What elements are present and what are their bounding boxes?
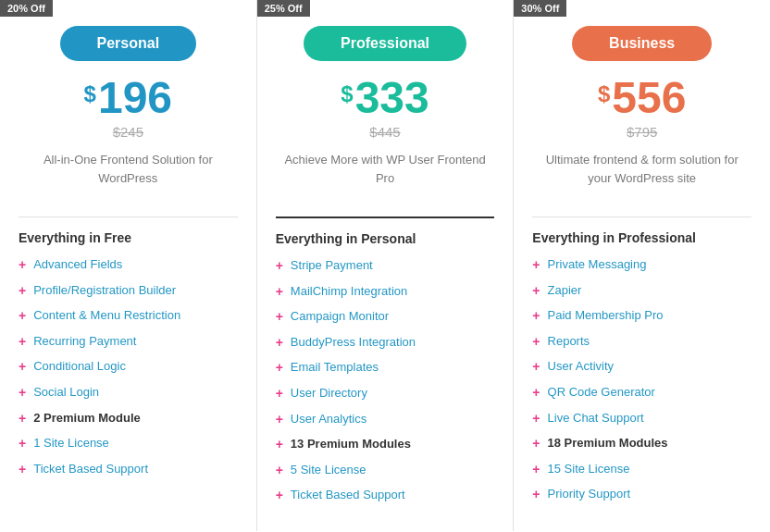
- plan-name-professional[interactable]: Professional: [304, 26, 466, 61]
- plus-icon: +: [276, 411, 283, 429]
- feature-label: User Activity: [548, 358, 615, 375]
- price-original-professional: $445: [276, 124, 495, 140]
- list-item: +Recurring Payment: [19, 333, 238, 352]
- feature-list-personal: +Advanced Fields+Profile/Registration Bu…: [19, 256, 238, 478]
- feature-label: Zapier: [548, 282, 582, 299]
- plus-icon: +: [19, 256, 26, 275]
- plan-price-business: $556: [532, 76, 751, 120]
- price-dollar-business: $: [598, 83, 610, 105]
- list-item: +Profile/Registration Builder: [19, 282, 238, 301]
- feature-label: Social Login: [33, 384, 99, 401]
- plus-icon: +: [19, 461, 26, 479]
- plan-price-personal: $196: [19, 76, 238, 120]
- divider-professional: [276, 217, 495, 218]
- feature-label: MailChimp Integration: [291, 283, 407, 300]
- plus-icon: +: [19, 333, 26, 352]
- feature-label: 5 Site License: [291, 462, 366, 478]
- feature-label: User Directory: [291, 385, 367, 402]
- plan-column-personal: 20% OffPersonal$196$245All-in-One Fronte…: [0, 0, 257, 531]
- plan-header-personal: Personal$196$245All-in-One Frontend Solu…: [19, 0, 238, 217]
- plus-icon: +: [276, 334, 283, 353]
- feature-label: 1 Site License: [33, 435, 109, 452]
- plan-column-business: 30% OffBusiness$556$795Ultimate frontend…: [514, 0, 770, 531]
- feature-label: Content & Menu Restriction: [33, 307, 180, 324]
- list-item: +Conditional Logic: [19, 358, 238, 377]
- list-item: +5 Site License: [276, 462, 495, 480]
- plan-column-professional: 25% OffProfessional$333$445Achieve More …: [257, 0, 515, 531]
- list-item: +Reports: [532, 333, 751, 352]
- plan-price-professional: $333: [276, 76, 495, 120]
- plus-icon: +: [276, 283, 283, 302]
- plus-icon: +: [276, 385, 283, 403]
- plus-icon: +: [532, 486, 540, 504]
- list-item: +Campaign Monitor: [276, 308, 495, 327]
- plus-icon: +: [532, 256, 540, 275]
- feature-label: 13 Premium Modules: [291, 436, 411, 452]
- feature-label: Ticket Based Support: [291, 487, 405, 503]
- feature-label: User Analytics: [291, 411, 366, 427]
- price-value-business: 556: [612, 76, 686, 120]
- feature-heading-personal: Everything in Free: [19, 230, 238, 245]
- feature-label: Stripe Payment: [291, 257, 373, 274]
- divider-business: [532, 217, 751, 217]
- plus-icon: +: [276, 257, 283, 276]
- plus-icon: +: [532, 461, 540, 479]
- list-item: +2 Premium Module: [19, 410, 238, 428]
- feature-label: 2 Premium Module: [33, 410, 141, 427]
- feature-label: Recurring Payment: [33, 333, 136, 350]
- plus-icon: +: [276, 308, 283, 327]
- plus-icon: +: [532, 358, 540, 377]
- plan-header-business: Business$556$795Ultimate frontend & form…: [532, 0, 751, 217]
- plus-icon: +: [276, 487, 283, 505]
- list-item: +User Activity: [532, 358, 751, 377]
- plan-name-personal[interactable]: Personal: [60, 26, 197, 61]
- feature-label: BuddyPress Integration: [291, 334, 416, 351]
- plan-description-personal: All-in-One Frontend Solution for WordPre…: [19, 151, 238, 187]
- plus-icon: +: [19, 358, 26, 377]
- discount-badge-professional: 25% Off: [257, 0, 310, 17]
- list-item: +Zapier: [532, 282, 751, 301]
- feature-label: Profile/Registration Builder: [33, 282, 176, 299]
- list-item: +User Analytics: [276, 411, 495, 429]
- list-item: +Stripe Payment: [276, 257, 495, 276]
- list-item: +1 Site License: [19, 435, 238, 453]
- plus-icon: +: [532, 410, 540, 428]
- feature-label: Priority Support: [548, 486, 631, 502]
- plan-description-professional: Achieve More with WP User Frontend Pro: [276, 151, 495, 187]
- price-value-personal: 196: [98, 76, 172, 120]
- price-original-personal: $245: [19, 124, 238, 140]
- pricing-container: 20% OffPersonal$196$245All-in-One Fronte…: [0, 0, 770, 531]
- feature-label: QR Code Generator: [548, 384, 655, 401]
- plus-icon: +: [276, 359, 283, 377]
- feature-label: Reports: [548, 333, 590, 350]
- feature-label: Private Messaging: [548, 256, 647, 273]
- list-item: +User Directory: [276, 385, 495, 403]
- list-item: +Ticket Based Support: [19, 461, 238, 479]
- list-item: +15 Site License: [532, 461, 751, 479]
- plus-icon: +: [19, 282, 26, 301]
- list-item: +Advanced Fields: [19, 256, 238, 275]
- plus-icon: +: [532, 435, 540, 453]
- plus-icon: +: [19, 307, 26, 326]
- feature-label: Advanced Fields: [33, 256, 122, 273]
- list-item: +Live Chat Support: [532, 410, 751, 428]
- feature-heading-business: Everything in Professional: [532, 230, 751, 245]
- plus-icon: +: [532, 282, 540, 301]
- feature-label: 18 Premium Modules: [548, 435, 668, 452]
- feature-label: Ticket Based Support: [33, 461, 148, 477]
- price-value-professional: 333: [355, 76, 429, 120]
- plus-icon: +: [532, 333, 540, 352]
- price-original-business: $795: [532, 124, 751, 140]
- plus-icon: +: [19, 410, 26, 428]
- list-item: +18 Premium Modules: [532, 435, 751, 453]
- plus-icon: +: [19, 384, 26, 402]
- feature-label: Live Chat Support: [548, 410, 644, 427]
- feature-heading-professional: Everything in Personal: [276, 231, 495, 246]
- plus-icon: +: [276, 436, 283, 454]
- plan-header-professional: Professional$333$445Achieve More with WP…: [276, 0, 495, 217]
- list-item: +BuddyPress Integration: [276, 334, 495, 353]
- list-item: +Priority Support: [532, 486, 751, 504]
- plan-name-business[interactable]: Business: [572, 26, 712, 61]
- list-item: +13 Premium Modules: [276, 436, 495, 454]
- list-item: +Private Messaging: [532, 256, 751, 275]
